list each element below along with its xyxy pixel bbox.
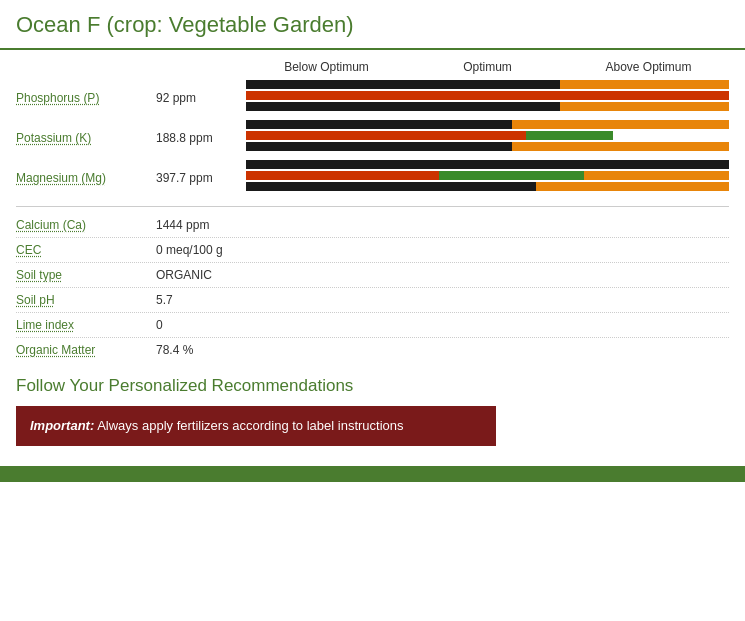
info-row-soilph: Soil pH 5.7 [16, 288, 729, 313]
recommendations-title: Follow Your Personalized Recommendations [16, 376, 729, 396]
info-section: Calcium (Ca) 1444 ppm CEC 0 meq/100 g So… [16, 213, 729, 362]
potassium-value: 188.8 ppm [156, 131, 246, 145]
important-box: Important: Always apply fertilizers acco… [16, 406, 496, 446]
magnesium-bars [246, 160, 729, 196]
important-label: Important: [30, 418, 94, 433]
header: Ocean F (crop: Vegetable Garden) [0, 0, 745, 50]
page-container: Ocean F (crop: Vegetable Garden) Below O… [0, 0, 745, 482]
soiltype-label[interactable]: Soil type [16, 268, 156, 282]
cec-value: 0 meq/100 g [156, 243, 223, 257]
info-row-cec: CEC 0 meq/100 g [16, 238, 729, 263]
soilph-label[interactable]: Soil pH [16, 293, 156, 307]
info-row-organicmatter: Organic Matter 78.4 % [16, 338, 729, 362]
potassium-bars [246, 120, 729, 156]
chart-header-below: Below Optimum [246, 60, 407, 74]
recommendations-section: Follow Your Personalized Recommendations… [0, 376, 745, 446]
calcium-value: 1444 ppm [156, 218, 209, 232]
chart-headers: Below Optimum Optimum Above Optimum [246, 60, 729, 76]
phosphorus-value: 92 ppm [156, 91, 246, 105]
info-row-limeindex: Lime index 0 [16, 313, 729, 338]
chart-section: Below Optimum Optimum Above Optimum Phos… [16, 60, 729, 200]
soilph-value: 5.7 [156, 293, 173, 307]
limeindex-value: 0 [156, 318, 163, 332]
potassium-label[interactable]: Potassium (K) [16, 131, 156, 145]
organicmatter-value: 78.4 % [156, 343, 193, 357]
limeindex-label[interactable]: Lime index [16, 318, 156, 332]
cec-label[interactable]: CEC [16, 243, 156, 257]
page-title: Ocean F (crop: Vegetable Garden) [16, 12, 729, 38]
info-row-soiltype: Soil type ORGANIC [16, 263, 729, 288]
bottom-bar [0, 466, 745, 482]
chart-header-above: Above Optimum [568, 60, 729, 74]
chart-row-magnesium: Magnesium (Mg) 397.7 ppm [16, 160, 729, 196]
chart-header-row: Below Optimum Optimum Above Optimum [16, 60, 729, 76]
magnesium-value: 397.7 ppm [156, 171, 246, 185]
chart-header-optimum: Optimum [407, 60, 568, 74]
phosphorus-label[interactable]: Phosphorus (P) [16, 91, 156, 105]
calcium-label[interactable]: Calcium (Ca) [16, 218, 156, 232]
soiltype-value: ORGANIC [156, 268, 212, 282]
important-text: Always apply fertilizers according to la… [94, 418, 403, 433]
organicmatter-label[interactable]: Organic Matter [16, 343, 156, 357]
phosphorus-bars [246, 80, 729, 116]
chart-row-phosphorus: Phosphorus (P) 92 ppm [16, 80, 729, 116]
magnesium-label[interactable]: Magnesium (Mg) [16, 171, 156, 185]
info-row-calcium: Calcium (Ca) 1444 ppm [16, 213, 729, 238]
main-content: Below Optimum Optimum Above Optimum Phos… [0, 50, 745, 362]
chart-row-potassium: Potassium (K) 188.8 ppm [16, 120, 729, 156]
